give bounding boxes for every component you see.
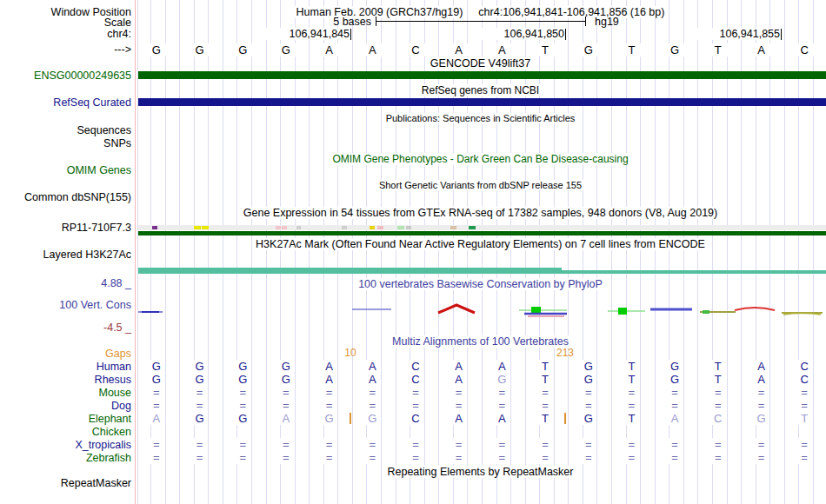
alignment-base: = [624,438,638,451]
alignment-base: A [452,412,466,425]
alignment-base: = [495,386,509,399]
species-label-gaps[interactable]: Gaps [0,348,131,360]
alignment-base: T [538,412,552,425]
alignment-base: G [668,373,682,386]
alignment-base: A [365,360,379,373]
alignment-base: A [668,412,682,425]
alignment-base: G [193,412,207,425]
alignment-base: = [279,451,293,464]
alignment-base: = [797,451,811,464]
species-label-human[interactable]: Human [0,361,131,373]
alignment-base: = [538,451,552,464]
alignment-base: G [365,412,379,425]
alignment-base: A [452,373,466,386]
alignment-base: G [279,373,293,386]
alignment-gap-pipe [350,413,351,424]
alignment-base: = [495,399,509,412]
species-label-rhesus[interactable]: Rhesus [0,374,131,386]
alignment-base: = [668,451,682,464]
alignment-base: G [754,412,768,425]
alignment-base: G [150,373,163,386]
alignment-base: C [797,373,811,386]
alignment-base: = [624,451,638,464]
alignment-base: G [236,412,250,425]
gap-count-label: 213 [546,347,584,359]
alignment-base: = [624,399,638,412]
alignment-base: = [754,438,768,451]
alignment-base: = [193,438,207,451]
alignment-base: = [236,438,250,451]
species-label-mouse[interactable]: Mouse [0,387,131,399]
conservation-mark [783,314,821,315]
alignment-base: T [624,412,638,425]
alignment-base: = [538,386,552,399]
alignment-base: A [754,373,768,386]
alignment-base: G [193,360,207,373]
gap-count-label: 10 [331,347,370,359]
conservation-mark [618,308,627,315]
species-label-elephant[interactable]: Elephant [0,413,131,425]
alignment-base: = [150,438,163,451]
alignment-base: A [495,360,509,373]
alignment-base: C [797,360,811,373]
alignment-base: = [279,386,293,399]
alignment-base: G [236,373,250,386]
alignment-base: = [323,451,336,464]
alignment-base: = [409,438,423,451]
alignment-base: = [323,399,336,412]
alignment-base: = [452,451,466,464]
conservation-mark [703,310,709,314]
alignment-base: = [711,386,725,399]
alignment-base: = [754,451,768,464]
alignment-base: = [409,386,423,399]
alignment-base: = [582,399,596,412]
alignment-base: = [668,386,682,399]
alignment-base: A [323,360,336,373]
alignment-base: T [624,360,638,373]
alignment-base: = [452,438,466,451]
alignment-base: = [279,438,293,451]
alignment-base: G [668,360,682,373]
alignment-base: = [711,438,725,451]
species-label-zebrafish[interactable]: Zebrafish [0,452,131,464]
alignment-base: = [452,386,466,399]
alignment-base: = [582,451,596,464]
alignment-base: = [582,438,596,451]
species-label-x_tropicalis[interactable]: X_tropicalis [0,439,131,451]
alignment-base: = [668,399,682,412]
alignment-base: C [711,412,725,425]
alignment-base: = [365,438,379,451]
alignment-base: T [711,373,725,386]
alignment-base: = [323,438,336,451]
species-label-chicken[interactable]: Chicken [0,426,131,438]
alignment-base: = [409,399,423,412]
alignment-base: G [323,412,336,425]
alignment-gap-pipe [564,413,566,424]
alignment-base: = [582,386,596,399]
alignment-base: T [538,373,552,386]
species-label-dog[interactable]: Dog [0,400,131,412]
conservation-mark [735,308,775,310]
alignment-base: = [150,451,163,464]
alignment-base: = [409,451,423,464]
alignment-base: G [150,360,163,373]
alignment-base: G [279,360,293,373]
alignment-base: = [193,399,207,412]
conservation-mark [438,305,475,313]
alignment-base: A [323,373,336,386]
alignment-base: = [365,386,379,399]
alignment-base: = [279,399,293,412]
alignment-base: = [150,399,163,412]
alignment-base: = [797,386,811,399]
alignment-base: G [582,373,596,386]
alignment-base: = [495,438,509,451]
alignment-base: G [582,360,596,373]
alignment-base: T [538,360,552,373]
alignment-base: = [323,386,336,399]
alignment-base: A [365,373,379,386]
alignment-base: T [711,360,725,373]
alignment-base: = [365,399,379,412]
alignment-base: = [236,399,250,412]
alignment-base: A [279,412,293,425]
alignment-base: A [150,412,163,425]
